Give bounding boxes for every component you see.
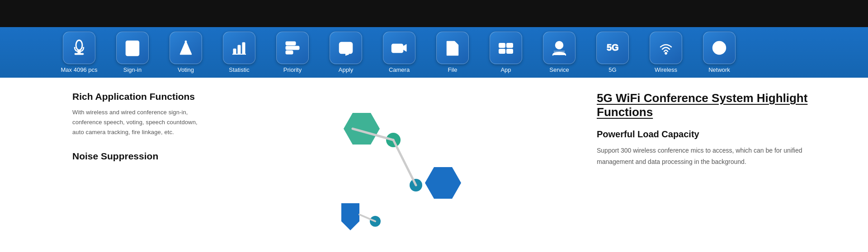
toolbar-icon-box-camera [383,32,415,64]
svg-point-22 [395,46,400,51]
toolbar-item-camera[interactable]: Camera [374,32,424,73]
toolbar-item-service[interactable]: Service [534,32,584,73]
toolbar-icon-box-priority [276,32,309,64]
toolbar-icon-box-app [490,32,522,64]
content-area: Rich Application Functions With wireless… [0,78,868,252]
toolbar-label-apply: Apply [339,66,354,73]
svg-rect-8 [233,49,236,54]
right-body: Support 300 wireless conference mics to … [597,145,841,168]
toolbar-icon-box-apply [330,32,362,64]
svg-line-40 [393,140,416,185]
rich-app-body: With wireless and wired conference sign-… [72,107,208,137]
svg-point-30 [558,44,561,47]
svg-point-7 [185,41,187,42]
svg-rect-25 [499,43,505,47]
svg-rect-26 [507,43,513,47]
toolbar-icon-box-wireless [650,32,682,64]
svg-point-17 [345,45,347,47]
toolbar-label-service: Service [549,66,569,73]
toolbar-icon-box-signin [116,32,149,64]
svg-marker-42 [341,203,359,230]
toolbar-icon-box-max4096 [63,32,95,64]
right-subtitle: Powerful Load Capacity [597,129,841,140]
toolbar-label-priority: Priority [283,66,302,73]
icon-toolbar: Max 4096 pcs Sign-in Voting Statistic Pr… [0,27,868,78]
svg-rect-12 [286,42,296,45]
svg-rect-2 [75,53,84,55]
toolbar-item-network[interactable]: Network [694,32,744,73]
svg-text:5G: 5G [607,42,619,52]
svg-rect-9 [238,45,241,54]
svg-marker-38 [425,167,461,199]
svg-rect-10 [242,42,245,54]
toolbar-item-max4096[interactable]: Max 4096 pcs [54,32,104,73]
toolbar-icon-box-service [543,32,576,64]
toolbar-label-max4096: Max 4096 pcs [61,66,98,73]
toolbar-label-file: File [448,66,458,73]
toolbar-icon-box-network [703,32,736,64]
toolbar-label-statistic: Statistic [229,66,250,73]
toolbar-label-signin: Sign-in [123,66,142,73]
toolbar-icon-box-5g: 5G [596,32,629,64]
toolbar-label-wireless: Wireless [655,66,677,73]
toolbar-item-wireless[interactable]: Wireless [641,32,691,73]
right-main-title: 5G WiFi Conference System Highlight Func… [597,91,841,119]
toolbar-label-network: Network [708,66,730,73]
toolbar-label-app: App [500,66,511,73]
toolbar-icon-box-file [436,32,469,64]
toolbar-item-voting[interactable]: Voting [161,32,211,73]
rich-app-title: Rich Application Functions [72,91,208,102]
toolbar-label-voting: Voting [178,66,194,73]
noise-title: Noise Suppression [72,151,208,162]
svg-point-0 [76,40,82,50]
toolbar-item-5g[interactable]: 5G 5G [588,32,637,73]
svg-point-18 [348,45,349,47]
right-section: 5G WiFi Conference System Highlight Func… [579,78,868,252]
toolbar-item-file[interactable]: File [428,32,477,73]
middle-diagram [226,78,579,252]
svg-marker-36 [344,113,380,145]
toolbar-icon-box-voting [170,32,202,64]
svg-rect-28 [507,49,513,53]
svg-rect-27 [499,49,505,53]
toolbar-label-5g: 5G [609,66,616,73]
toolbar-item-signin[interactable]: Sign-in [108,32,157,73]
svg-rect-13 [286,46,299,50]
toolbar-item-statistic[interactable]: Statistic [214,32,264,73]
toolbar-item-app[interactable]: App [481,32,531,73]
left-section: Rich Application Functions With wireless… [0,78,226,252]
svg-point-16 [342,45,344,47]
toolbar-item-priority[interactable]: Priority [268,32,317,73]
svg-rect-14 [286,51,293,54]
toolbar-label-camera: Camera [389,66,410,73]
svg-point-32 [665,52,667,55]
top-black-bar [0,0,868,27]
toolbar-item-apply[interactable]: Apply [321,32,371,73]
toolbar-icon-box-statistic [223,32,255,64]
